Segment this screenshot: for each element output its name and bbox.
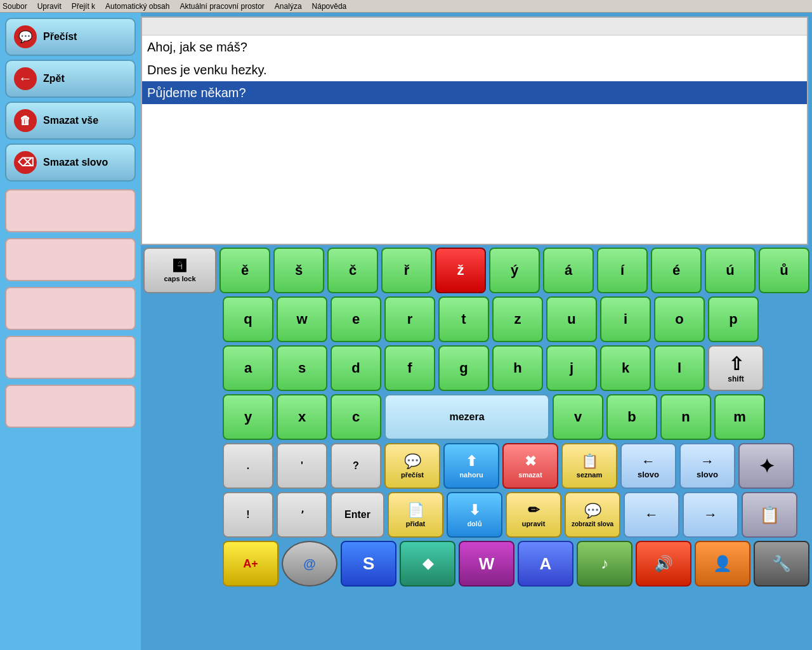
key-exclaim[interactable]: ! (223, 492, 273, 538)
key-s-caron[interactable]: š (273, 248, 324, 293)
key-e[interactable]: e (331, 296, 381, 342)
key-p[interactable]: p (708, 296, 759, 342)
action-upravit-key[interactable]: ✏ upravit (506, 492, 561, 538)
key-comma[interactable]: ' (277, 443, 327, 489)
precist-button[interactable]: 💬 Přečíst (5, 18, 136, 56)
action-smazat-key[interactable]: ✖ smazat (502, 443, 558, 489)
key-q[interactable]: q (223, 296, 273, 342)
key-n[interactable]: n (660, 394, 711, 440)
key-u[interactable]: u (546, 296, 597, 342)
key-d[interactable]: d (331, 345, 381, 391)
app-key-3[interactable]: S (341, 541, 396, 587)
char-right-key[interactable]: → (683, 492, 738, 538)
caps-lock-key[interactable]: 🅰 caps lock (143, 248, 216, 293)
key-s[interactable]: s (277, 345, 327, 391)
key-question[interactable]: ? (331, 443, 381, 489)
prediction-4[interactable] (5, 336, 136, 379)
key-o[interactable]: o (654, 296, 705, 342)
app-key-4[interactable]: ◆ (400, 541, 455, 587)
menu-prejit[interactable]: Přejít k (72, 2, 95, 11)
key-y-acute[interactable]: ý (489, 248, 540, 293)
key-r[interactable]: r (384, 296, 435, 342)
key-j[interactable]: j (546, 345, 597, 391)
key-u-acute[interactable]: ú (705, 248, 756, 293)
char-left-key[interactable]: ← (624, 492, 679, 538)
action-precist-key[interactable]: 💬 přečíst (384, 443, 440, 489)
app-key-7[interactable]: ♪ (577, 541, 632, 587)
precist-icon: 💬 (14, 25, 37, 48)
prediction-5[interactable] (5, 385, 136, 428)
action-dolu-label: dolů (467, 520, 481, 527)
key-u-ring[interactable]: ů (759, 248, 809, 293)
text-display[interactable]: Ahoj, jak se máš? Dnes je venku hezky. P… (141, 17, 808, 245)
key-e-acute[interactable]: é (651, 248, 702, 293)
caps-label: caps lock (164, 275, 195, 282)
prediction-3[interactable] (5, 287, 136, 330)
text-line-1[interactable]: Ahoj, jak se máš? (142, 36, 807, 58)
key-g[interactable]: g (438, 345, 489, 391)
key-f[interactable]: f (384, 345, 435, 391)
key-z-caron[interactable]: ž (435, 248, 486, 293)
text-input-line (142, 18, 807, 36)
action-smazat-icon: ✖ (525, 453, 536, 470)
keyboard-row-2: q w e r t z u i o p (141, 296, 812, 342)
app-key-10[interactable]: 🔧 (754, 541, 809, 587)
key-i[interactable]: i (600, 296, 651, 342)
enter-key[interactable]: Enter (331, 492, 384, 538)
app-key-6[interactable]: A (518, 541, 573, 587)
action-dolu-key[interactable]: ⬇ dolů (447, 492, 502, 538)
menu-upravit[interactable]: Upravit (37, 2, 62, 11)
key-v[interactable]: v (553, 394, 603, 440)
menu-soubor[interactable]: Soubor (3, 2, 27, 11)
prediction-area (5, 185, 136, 432)
action-nahoru-key[interactable]: ⬆ nahoru (443, 443, 499, 489)
key-a[interactable]: a (223, 345, 273, 391)
smazat-vse-label: Smazat vše (43, 115, 98, 126)
key-apos[interactable]: ʼ (277, 492, 327, 538)
key-l[interactable]: l (654, 345, 705, 391)
key-e-caron[interactable]: ě (219, 248, 270, 293)
menu-analyza[interactable]: Analýza (275, 2, 302, 11)
menu-pracovni[interactable]: Aktuální pracovní prostor (180, 2, 264, 11)
zpet-button[interactable]: ← Zpět (5, 60, 136, 98)
app-key-1[interactable]: A+ (223, 541, 278, 587)
menu-napoveda[interactable]: Nápověda (312, 2, 347, 11)
smazat-vse-button[interactable]: 🗑 Smazat vše (5, 102, 136, 140)
smazat-slovo-button[interactable]: ⌫ Smazat slovo (5, 143, 136, 182)
menu-automaticky[interactable]: Automatický obsah (105, 2, 169, 11)
paste-key[interactable]: 📋 (742, 492, 797, 538)
key-c[interactable]: c (331, 394, 381, 440)
action-pridat-key[interactable]: 📄 přidat (388, 492, 443, 538)
app-key-5[interactable]: W (459, 541, 514, 587)
key-c-caron[interactable]: č (327, 248, 378, 293)
action-zobrazit-key[interactable]: 💬 zobrazit slova (565, 492, 620, 538)
key-r-caron[interactable]: ř (381, 248, 432, 293)
action-precist-label: přečíst (401, 471, 424, 479)
app-key-8[interactable]: 🔊 (636, 541, 691, 587)
key-i-acute[interactable]: í (597, 248, 648, 293)
space-key[interactable]: mezera (384, 394, 549, 440)
key-period[interactable]: . (223, 443, 273, 489)
word-left-key[interactable]: ← slovo (620, 443, 676, 489)
eraser-key[interactable]: ✦ (738, 443, 794, 489)
prediction-1[interactable] (5, 189, 136, 232)
text-line-3[interactable]: Půjdeme někam? (142, 81, 807, 104)
text-line-2[interactable]: Dnes je venku hezky. (142, 58, 807, 81)
action-seznam-key[interactable]: 📋 seznam (561, 443, 617, 489)
key-w[interactable]: w (277, 296, 327, 342)
key-h[interactable]: h (492, 345, 543, 391)
shift-key[interactable]: ⇧ shift (708, 345, 764, 391)
key-k[interactable]: k (600, 345, 651, 391)
word-right-key[interactable]: → slovo (679, 443, 735, 489)
key-a-acute[interactable]: á (543, 248, 594, 293)
key-x[interactable]: x (277, 394, 327, 440)
key-y[interactable]: y (223, 394, 273, 440)
app-key-9[interactable]: 👤 (695, 541, 750, 587)
keyboard: 🅰 caps lock ě š č ř ž ý á í é ú ů q (141, 245, 812, 650)
key-t[interactable]: t (438, 296, 489, 342)
app-key-2[interactable]: @ (282, 541, 337, 587)
prediction-2[interactable] (5, 238, 136, 281)
key-b[interactable]: b (606, 394, 657, 440)
key-z[interactable]: z (492, 296, 543, 342)
key-m[interactable]: m (714, 394, 765, 440)
